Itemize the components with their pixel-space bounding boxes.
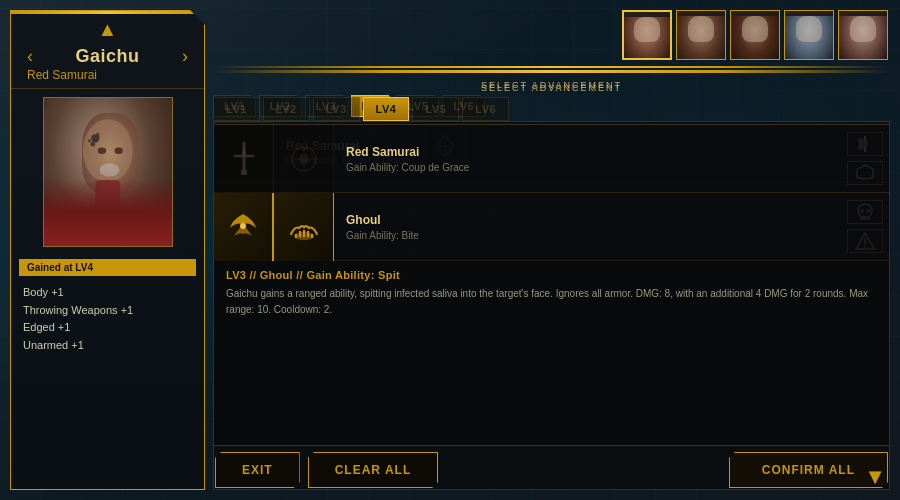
right-icons-row1 <box>841 125 889 192</box>
lv2-tab[interactable]: LV2 <box>263 97 310 121</box>
adv-name-ghoul: Ghoul <box>346 213 829 227</box>
adv-row-red-samurai: Red Samurai Gain Ability: Coup de Grace <box>214 125 889 193</box>
right-icon-2b <box>847 229 883 253</box>
lv-tabs-container: LV1 LV2 LV3 LV4 LV5 LV6 <box>213 97 890 121</box>
chevron-bottom-right-icon: ▼ <box>864 466 886 488</box>
gold-top-divider <box>213 70 890 73</box>
svg-point-23 <box>299 154 309 164</box>
right-icon-2a <box>847 200 883 224</box>
wings-icon <box>222 206 264 248</box>
exit-button[interactable]: EXIT <box>215 452 300 488</box>
clear-all-button[interactable]: CLEAR ALL <box>308 452 439 488</box>
lv3-tab[interactable]: LV3 <box>313 97 360 121</box>
description-box: LV3 // Ghoul // Gain Ability: Spit Gaich… <box>214 261 889 445</box>
select-adv-label-container: SELECT ADVANCEMENT <box>213 77 890 95</box>
pattern-icon-1 <box>285 140 323 178</box>
select-level-area: SELECT ADVANCEMENT LV1 LV2 LV3 LV4 LV5 L… <box>213 77 890 121</box>
adv-info-red-samurai-cell: Red Samurai Gain Ability: Coup de Grace <box>334 125 841 192</box>
skull-icon <box>854 202 876 222</box>
lv1-tab[interactable]: LV1 <box>213 97 260 121</box>
right-full-panel: SELECT ADVANCEMENT LV1 LV2 LV3 LV4 LV5 L… <box>205 10 890 490</box>
right-icon-1b <box>847 161 883 185</box>
full-layout: SELECT ADVANCEMENT LV1 LV2 LV3 LV4 LV5 L… <box>0 0 900 500</box>
axe-icon <box>853 134 877 154</box>
main-content-box: Red Samurai Gain Ability: Coup de Grace <box>213 124 890 446</box>
adv-icon-ghoul-2[interactable] <box>274 193 334 261</box>
lv6-tab[interactable]: LV6 <box>462 97 509 121</box>
select-adv-label-text: SELECT ADVANCEMENT <box>481 83 622 93</box>
left-spacer <box>10 10 205 490</box>
symbol-icon <box>854 231 876 251</box>
svg-rect-19 <box>241 170 247 175</box>
adv-icon-cell-2[interactable] <box>274 125 334 193</box>
svg-point-25 <box>240 223 246 229</box>
adv-icon-ghoul-1[interactable] <box>214 193 274 261</box>
svg-point-35 <box>866 209 870 213</box>
claw-bite-icon <box>283 206 325 248</box>
weapon-icon-1 <box>225 140 263 178</box>
svg-rect-33 <box>860 216 870 220</box>
adv-icon-cell-1[interactable] <box>214 125 274 193</box>
desc-body-text: Gaichu gains a ranged ability, spitting … <box>226 286 877 317</box>
adv-sub-red-samurai: Gain Ability: Coup de Grace <box>346 162 829 173</box>
adv-name-red-samurai: Red Samurai <box>346 145 829 159</box>
shield-icon <box>853 163 877 183</box>
right-icon-1a <box>847 132 883 156</box>
right-icons-row2 <box>841 193 889 260</box>
adv-info-ghoul-cell: Ghoul Gain Ability: Bite <box>334 193 841 260</box>
bottom-button-bar: EXIT CLEAR ALL CONFIRM ALL <box>213 446 890 490</box>
desc-title-text: LV3 // Ghoul // Gain Ability: Spit <box>226 269 877 281</box>
adv-row-ghoul: Ghoul Gain Ability: Bite <box>214 193 889 261</box>
svg-point-34 <box>860 209 864 213</box>
portraits-spacer <box>213 10 890 70</box>
lv4-tab-active[interactable]: LV4 <box>363 97 410 121</box>
adv-sub-ghoul: Gain Ability: Bite <box>346 230 829 241</box>
lv5-tab[interactable]: LV5 <box>412 97 459 121</box>
svg-point-38 <box>864 246 866 248</box>
